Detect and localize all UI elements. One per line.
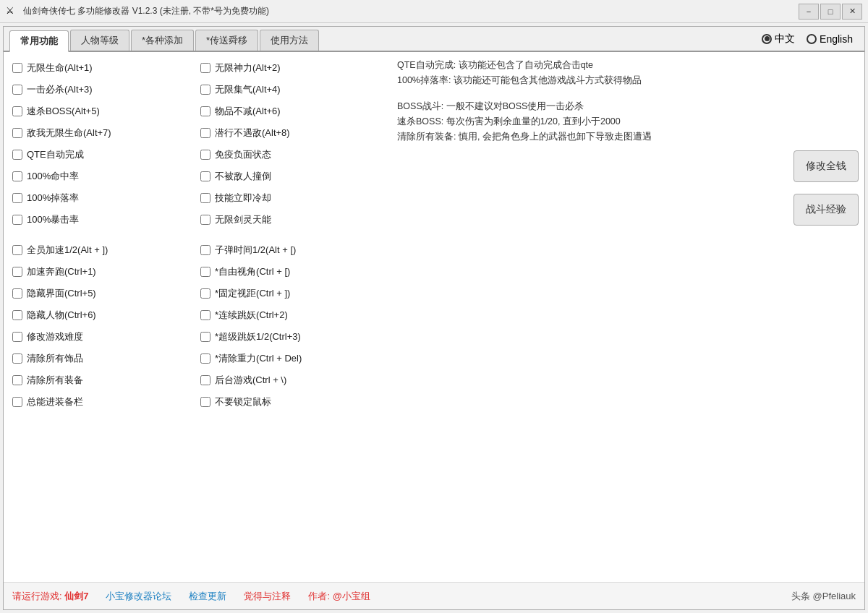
checkbox-fixed-view-input[interactable]: [200, 288, 210, 299]
checkbox-hit-rate[interactable]: 100%命中率: [9, 166, 197, 187]
checkbox-enter-equip-input[interactable]: [12, 397, 22, 407]
main-window: 常用功能 人物等级 *各种添加 *传送舜移 使用方法 中文 English 无限…: [3, 26, 865, 610]
tab-usage[interactable]: 使用方法: [260, 30, 319, 51]
column-2: 无限神力(Alt+2) 无限集气(Alt+4) 物品不减(Alt+6) 潜行不遇…: [197, 58, 386, 576]
checkbox-bg-game-input[interactable]: [200, 375, 210, 385]
checkbox-qte-auto[interactable]: QTE自动完成: [9, 145, 197, 165]
column-1: 无限生命(Alt+1) 一击必杀(Alt+3) 速杀BOSS(Alt+5) 敌我…: [9, 58, 197, 576]
lang-chinese[interactable]: 中文: [762, 33, 795, 46]
checkbox-inf-qi[interactable]: 无限集气(Alt+4): [197, 80, 386, 100]
checkbox-skill-no-cd-input[interactable]: [200, 193, 210, 203]
checkbox-crit-rate[interactable]: 100%暴击率: [9, 210, 197, 230]
checkbox-clear-gravity-input[interactable]: [200, 353, 210, 364]
checkbox-no-lock-mouse-input[interactable]: [200, 397, 210, 407]
checkbox-qte-auto-label: QTE自动完成: [27, 148, 84, 161]
checkbox-clear-items[interactable]: 清除所有饰品: [9, 348, 197, 369]
checkbox-inf-spirit-input[interactable]: [200, 215, 210, 225]
footer-prompt[interactable]: 请运行游戏: 仙剑7: [12, 590, 88, 603]
checkbox-continue-dodge-label: *连续跳妖(Ctrl+2): [215, 309, 288, 322]
tab-add[interactable]: *各种添加: [131, 30, 194, 51]
checkbox-crit-rate-label: 100%暴击率: [27, 213, 79, 226]
checkbox-speed-half[interactable]: 全员加速1/2(Alt + ]): [9, 240, 197, 260]
footer-author[interactable]: 作者: @小宝组: [308, 590, 370, 603]
checkbox-inf-qi-input[interactable]: [200, 85, 210, 95]
checkbox-speed-run[interactable]: 加速奔跑(Ctrl+1): [9, 262, 197, 282]
checkbox-dodge-half[interactable]: *超级跳妖1/2(Ctrl+3): [197, 327, 386, 347]
checkbox-no-lock-mouse[interactable]: 不要锁定鼠标: [197, 392, 386, 412]
tab-common[interactable]: 常用功能: [9, 30, 69, 52]
checkbox-free-view-input[interactable]: [200, 267, 210, 277]
checkbox-clear-items-input[interactable]: [12, 353, 22, 364]
close-button[interactable]: ✕: [842, 4, 862, 20]
checkbox-enemy-inf-hp[interactable]: 敌我无限生命(Alt+7): [9, 123, 197, 143]
checkbox-hide-char[interactable]: 隐藏人物(Ctrl+6): [9, 305, 197, 325]
checkbox-inf-items[interactable]: 物品不减(Alt+6): [197, 101, 386, 121]
checkbox-inf-mp-input[interactable]: [200, 63, 210, 73]
checkbox-inf-mp[interactable]: 无限神力(Alt+2): [197, 58, 386, 78]
info-qte: QTE自动完成: 该功能还包含了自动完成合击qte: [397, 58, 859, 73]
footer-bug-link[interactable]: 觉得与注释: [244, 590, 291, 603]
checkbox-qte-auto-input[interactable]: [12, 150, 22, 160]
checkbox-speed-run-input[interactable]: [12, 267, 22, 277]
footer-game-name: 仙剑7: [64, 591, 88, 601]
checkbox-dodge-half-input[interactable]: [200, 332, 210, 342]
minimize-button[interactable]: −: [799, 4, 819, 20]
checkbox-clear-gravity[interactable]: *清除重力(Ctrl + Del): [197, 348, 386, 369]
window-title: 仙剑奇侠传七 多功能修改器 V1.2.3 (未注册, 不带*号为免费功能): [23, 5, 269, 17]
checkbox-speed-half-input[interactable]: [12, 245, 22, 255]
checkbox-kill-boss[interactable]: 速杀BOSS(Alt+5): [9, 101, 197, 121]
language-group: 中文 English: [762, 33, 853, 48]
checkbox-drop-rate[interactable]: 100%掉落率: [9, 188, 197, 208]
checkbox-inf-spirit[interactable]: 无限剑灵天能: [197, 210, 386, 230]
checkbox-continue-dodge-input[interactable]: [200, 310, 210, 320]
checkbox-speed-run-label: 加速奔跑(Ctrl+1): [27, 265, 96, 278]
checkbox-hit-rate-input[interactable]: [12, 171, 22, 181]
checkbox-one-hit-input[interactable]: [12, 85, 22, 95]
checkbox-bg-game[interactable]: 后台游戏(Ctrl + \): [197, 370, 386, 390]
checkbox-bullet-half-input[interactable]: [200, 245, 210, 255]
checkbox-no-debuff-input[interactable]: [200, 150, 210, 160]
checkbox-inf-items-input[interactable]: [200, 106, 210, 116]
info-clear-equip: 清除所有装备: 慎用, 会把角色身上的武器也卸下导致走图遭遇: [397, 129, 859, 145]
checkbox-no-debuff[interactable]: 免疫负面状态: [197, 145, 386, 165]
checkbox-stealth-label: 潜行不遇敌(Alt+8): [215, 127, 290, 140]
checkbox-hide-ui[interactable]: 隐藏界面(Ctrl+5): [9, 283, 197, 304]
checkbox-stealth[interactable]: 潜行不遇敌(Alt+8): [197, 123, 386, 143]
footer-forum-link[interactable]: 小宝修改器论坛: [106, 590, 171, 603]
checkbox-enemy-inf-hp-input[interactable]: [12, 128, 22, 138]
checkbox-clear-gravity-label: *清除重力(Ctrl + Del): [215, 352, 302, 365]
checkbox-enter-equip[interactable]: 总能进装备栏: [9, 392, 197, 412]
tab-bar: 常用功能 人物等级 *各种添加 *传送舜移 使用方法 中文 English: [4, 27, 864, 52]
checkbox-clear-equip[interactable]: 清除所有装备: [9, 370, 197, 390]
lang-english[interactable]: English: [807, 33, 853, 45]
checkbox-hide-ui-input[interactable]: [12, 288, 22, 299]
checkbox-bullet-half[interactable]: 子弹时间1/2(Alt + [): [197, 240, 386, 260]
tab-teleport[interactable]: *传送舜移: [195, 30, 258, 51]
battle-exp-button[interactable]: 战斗经验: [793, 194, 859, 226]
checkbox-continue-dodge[interactable]: *连续跳妖(Ctrl+2): [197, 305, 386, 325]
info-boss: BOSS战斗: 一般不建议对BOSS使用一击必杀: [397, 99, 859, 114]
checkbox-crit-rate-input[interactable]: [12, 215, 22, 225]
checkbox-stealth-input[interactable]: [200, 128, 210, 138]
tab-level[interactable]: 人物等级: [70, 30, 129, 51]
checkbox-drop-rate-input[interactable]: [12, 193, 22, 203]
checkbox-one-hit[interactable]: 一击必杀(Alt+3): [9, 80, 197, 100]
maximize-button[interactable]: □: [820, 4, 841, 20]
checkbox-no-knockdown-input[interactable]: [200, 171, 210, 181]
checkbox-fixed-view[interactable]: *固定视距(Ctrl + ]): [197, 283, 386, 304]
footer-update-link[interactable]: 检查更新: [189, 590, 226, 603]
checkbox-hide-char-input[interactable]: [12, 310, 22, 320]
checkbox-mod-difficulty[interactable]: 修改游戏难度: [9, 327, 197, 347]
checkbox-clear-equip-input[interactable]: [12, 375, 22, 385]
modify-gold-button[interactable]: 修改全钱: [793, 150, 859, 182]
right-buttons: 修改全钱 战斗经验: [397, 150, 859, 231]
checkbox-mod-difficulty-input[interactable]: [12, 332, 22, 342]
checkbox-no-knockdown[interactable]: 不被敌人撞倒: [197, 166, 386, 187]
checkbox-skill-no-cd[interactable]: 技能立即冷却: [197, 188, 386, 208]
checkbox-inf-hp[interactable]: 无限生命(Alt+1): [9, 58, 197, 78]
checkbox-kill-boss-input[interactable]: [12, 106, 22, 116]
checkbox-free-view[interactable]: *自由视角(Ctrl + [): [197, 262, 386, 282]
checkbox-inf-hp-input[interactable]: [12, 63, 22, 73]
checkbox-mod-difficulty-label: 修改游戏难度: [27, 330, 83, 343]
info-drop: 100%掉落率: 该功能还可能包含其他游戏战斗方式获得物品: [397, 73, 859, 88]
